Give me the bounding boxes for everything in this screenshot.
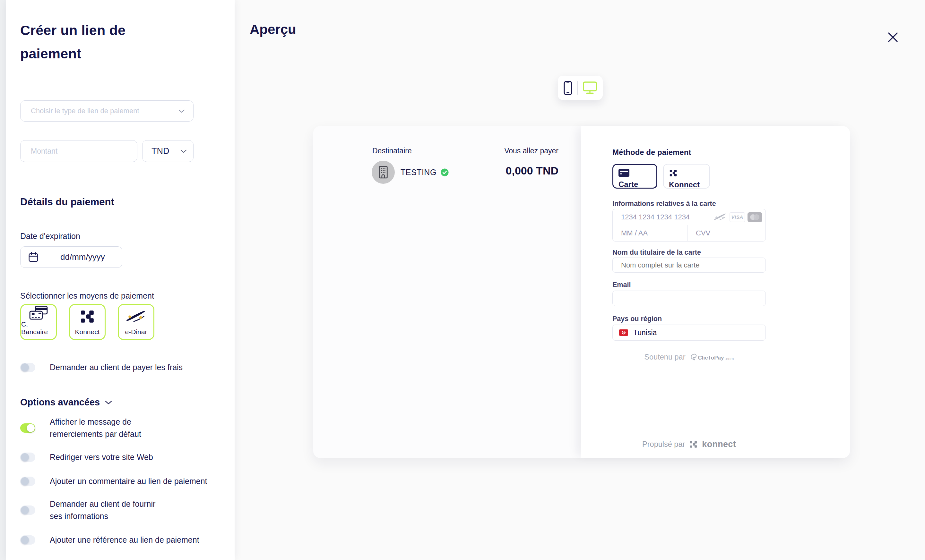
clictopay-text: ClicToPay [698, 355, 724, 361]
close-icon [887, 32, 899, 43]
thank-you-message-toggle[interactable] [20, 423, 35, 433]
edinar-gray-icon [714, 213, 727, 222]
link-type-select[interactable]: Choisir le type de lien de paiement [20, 101, 194, 122]
device-preview-toggle [558, 76, 603, 100]
edinar-icon [126, 305, 146, 328]
email-input[interactable] [613, 291, 765, 306]
email-label: Email [612, 281, 766, 289]
bank-cards-icon [29, 305, 48, 320]
powered-by-row: Propulsé par konnect [612, 439, 766, 449]
method-tile-edinar[interactable]: e-Dinar [118, 304, 154, 340]
konnect-icon [79, 305, 95, 328]
payment-details-heading: Détails du paiement [20, 196, 114, 208]
option-label: Ajouter une référence au lien de paiemen… [50, 534, 199, 546]
tab-label: Carte [619, 180, 656, 189]
method-tabs: Carte Konnect [612, 164, 766, 189]
recipient-name-row: TESTING [401, 161, 449, 184]
konnect-wordmark: konnect [702, 439, 736, 449]
method-tile-konnect[interactable]: Konnect [69, 304, 105, 340]
country-value: Tunisia [633, 329, 657, 337]
methods-label: Sélectionner les moyens de paiement [20, 291, 154, 300]
option-label: Rediriger vers votre site Web [50, 451, 153, 463]
phone-icon [563, 81, 572, 95]
page-edge-strip [0, 0, 6, 560]
payment-methods: C. Bancaire Konnect e-Dinar [20, 304, 154, 340]
fees-toggle[interactable] [20, 363, 35, 372]
chevron-down-icon [180, 149, 187, 153]
method-label: C. Bancaire [21, 320, 56, 336]
cardholder-label: Nom du titulaire de la carte [612, 249, 766, 257]
clictopay-icon [690, 353, 697, 361]
divider [577, 81, 578, 95]
preview-summary-pane: Destinataire TESTING Vous allez payer 0,… [313, 126, 581, 458]
method-label: e-Dinar [125, 328, 147, 336]
cvv-input[interactable] [687, 229, 765, 237]
client-info-toggle[interactable] [20, 506, 35, 515]
expiry-cell [613, 225, 687, 241]
method-tile-bank-card[interactable]: C. Bancaire [20, 304, 57, 340]
expiration-label: Date d'expiration [20, 231, 80, 241]
option-row: Ajouter un commentaire au lien de paieme… [20, 475, 213, 487]
building-icon [378, 165, 389, 179]
country-select[interactable]: Tunisia [612, 324, 766, 341]
link-type-placeholder: Choisir le type de lien de paiement [31, 107, 178, 115]
card-info-label: Informations relatives à la carte [612, 200, 766, 208]
option-label: Afficher le message de remerciements par… [50, 416, 185, 440]
chevron-down-icon [105, 401, 112, 404]
mastercard-logo [747, 212, 762, 222]
card-number-input[interactable] [613, 213, 714, 221]
tab-konnect[interactable]: Konnect [663, 164, 710, 189]
date-input[interactable]: dd/mm/yyyy [46, 247, 122, 267]
supported-by-row: Soutenu par ClicToPay .com [612, 353, 766, 362]
clictopay-logo: ClicToPay .com [690, 353, 734, 361]
panel-title: Créer un lien de paiement [20, 19, 149, 65]
expiry-input[interactable] [613, 229, 687, 237]
method-heading: Méthode de paiement [612, 148, 766, 157]
option-label: Demander au client de fournir ses inform… [50, 498, 165, 522]
konnect-icon [669, 169, 678, 177]
supported-by-text: Soutenu par [644, 353, 685, 362]
payment-preview-card: Destinataire TESTING Vous allez payer 0,… [313, 126, 850, 458]
redirect-website-toggle[interactable] [20, 453, 35, 462]
calendar-icon [27, 251, 39, 263]
card-number-row: VISA [613, 209, 765, 225]
close-button[interactable] [885, 30, 901, 45]
country-label: Pays ou région [612, 315, 766, 323]
pay-label: Vous allez payer [504, 147, 559, 155]
create-payment-link-screen: Créer un lien de paiement Choisir le typ… [0, 0, 925, 560]
calendar-button[interactable] [21, 247, 46, 267]
recipient-avatar [372, 161, 395, 184]
amount-input[interactable] [21, 141, 137, 162]
expiration-date-field: dd/mm/yyyy [20, 246, 122, 268]
tab-card[interactable]: Carte [612, 164, 657, 189]
tunisia-flag-icon [619, 329, 628, 336]
option-row: Rediriger vers votre site Web [20, 451, 213, 463]
advanced-options-heading[interactable]: Options avancées [20, 397, 112, 408]
desktop-icon [583, 81, 597, 94]
currency-value: TND [152, 146, 180, 156]
currency-select[interactable]: TND [142, 140, 194, 162]
card-details-group: VISA [612, 209, 766, 242]
cvv-cell [687, 225, 765, 241]
clictopay-suffix: .com [725, 356, 734, 361]
preview-title: Aperçu [250, 22, 296, 37]
recipient-name: TESTING [401, 168, 437, 177]
amount-field[interactable] [20, 140, 137, 162]
method-label: Konnect [75, 328, 99, 336]
cardholder-field [612, 258, 766, 273]
option-row: Ajouter une référence au lien de paiemen… [20, 534, 213, 546]
fees-toggle-row: Demander au client de payer les frais [20, 361, 213, 373]
card-brand-logos: VISA [714, 212, 765, 222]
create-link-panel: Créer un lien de paiement Choisir le typ… [6, 0, 235, 560]
chevron-down-icon [178, 110, 185, 113]
preview-checkout-pane: Méthode de paiement Carte Konnect Inform… [581, 126, 850, 458]
option-label: Ajouter un commentaire au lien de paieme… [50, 475, 207, 487]
cardholder-input[interactable] [613, 258, 765, 272]
add-comment-toggle[interactable] [20, 477, 35, 486]
mobile-preview-button[interactable] [563, 81, 572, 95]
add-reference-toggle[interactable] [20, 535, 35, 545]
verified-badge-icon [440, 168, 449, 177]
visa-logo: VISA [729, 212, 745, 222]
expiry-cvv-row [613, 225, 765, 241]
desktop-preview-button[interactable] [583, 81, 597, 94]
